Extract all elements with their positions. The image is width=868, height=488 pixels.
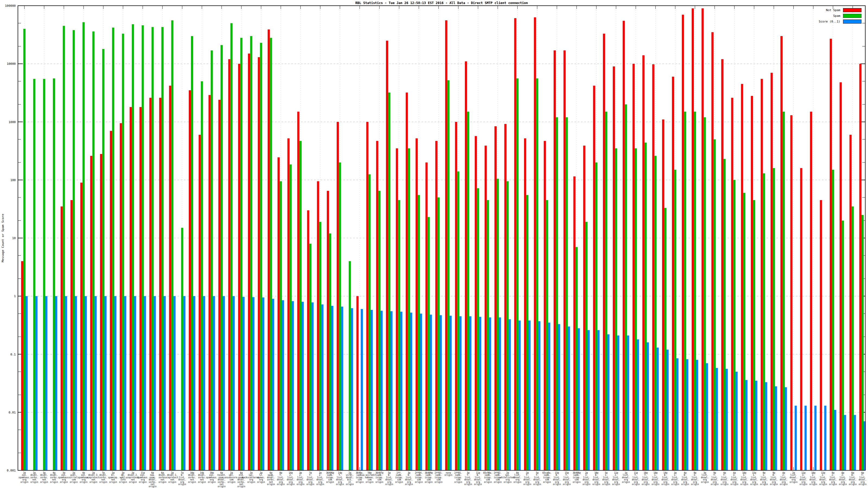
bar-spam: [862, 215, 864, 470]
bar-spam: [556, 118, 558, 470]
bar-not-spam: [623, 21, 625, 470]
x-tick-label: 6@old.spam.dnsbl.sorbs.netorigin: [237, 472, 245, 488]
bar-score: [45, 296, 48, 470]
bar-spam: [191, 36, 193, 470]
x-tick-label: 14@dnsbl.sorbs.netorigin: [198, 472, 206, 483]
x-tick-label: 6@Y.list.dnswl.orgorigin: [859, 472, 867, 486]
bar-score: [331, 306, 333, 470]
x-tick-label: 4@dnsbl.sorbs.netorigin: [50, 472, 58, 483]
bar-score: [824, 405, 827, 470]
x-tick-label: 36408@iadb.isipp.comorigin: [572, 472, 581, 483]
bar-score: [104, 296, 106, 470]
bar-not-spam: [465, 61, 467, 470]
bar-score: [627, 335, 629, 470]
x-tick-label: 7@0.list.dnswl.orgorigin: [178, 472, 186, 486]
bar-spam: [595, 162, 597, 470]
bar-not-spam: [198, 135, 201, 470]
bar-spam: [654, 156, 657, 470]
bar-score: [676, 358, 678, 470]
bar-spam: [487, 200, 489, 470]
bar-score: [854, 415, 856, 470]
bar-score: [588, 330, 590, 470]
bar-score: [775, 386, 777, 470]
rbl-statistics-chart-page: RBL Statistics - Tue Jan 26 12:58:13 EST…: [0, 0, 868, 488]
x-tick-label: 11@3.list.dnswl.orgorigin: [799, 472, 807, 486]
bar-not-spam: [780, 36, 782, 470]
bar-spam: [33, 79, 35, 470]
bar-score: [26, 296, 28, 470]
bar-score: [124, 296, 126, 470]
bar-spam: [635, 148, 637, 470]
bar-spam: [378, 191, 380, 470]
bar-spam: [467, 112, 469, 470]
y-tick-label: 0.01: [9, 411, 16, 414]
x-tick-label: 2@l2.apews.orgorigin: [257, 472, 265, 483]
bar-score: [193, 296, 195, 470]
chart-plot-area: 1000001000010001001010.10.010.0012@zen.s…: [0, 0, 868, 488]
legend-row-spam: Spam: [819, 14, 862, 18]
bar-spam: [615, 148, 617, 470]
bar-score: [617, 335, 619, 470]
x-tick-label: 8@Y.list.dnswl.orgorigin: [277, 472, 285, 486]
x-tick-label: 11@0.list.dnswl.orgorigin: [474, 472, 482, 486]
x-tick-label: 2@dnsbl-3.uceprotect.netorigin: [86, 472, 101, 483]
x-tick-label: 1ff.iadb.isipp.comorigin: [395, 472, 403, 483]
legend-row-score: Score (0..1): [819, 20, 862, 23]
bar-spam: [565, 118, 568, 470]
bar-score: [85, 296, 87, 470]
x-tick-label: 14@0.list.dnswl.orgorigin: [661, 472, 669, 486]
x-tick-label: 2@zen.spamhaus.orgorigin: [19, 472, 30, 483]
bar-not-spam: [209, 95, 211, 470]
bar-score: [420, 314, 422, 470]
bar-score: [568, 326, 570, 470]
bar-spam: [842, 221, 844, 470]
bar-not-spam: [574, 176, 576, 470]
bar-spam: [112, 28, 114, 470]
x-tick-label: 6@0.list.dnswl.orgorigin: [849, 472, 857, 486]
bar-not-spam: [524, 138, 526, 470]
bar-spam: [201, 82, 203, 470]
y-tick-label: 0.001: [7, 469, 16, 472]
x-tick-label: 10@0.list.dnswl.orgorigin: [592, 472, 600, 486]
x-tick-label: 4@3.list.dnswl.orgorigin: [731, 472, 738, 486]
bar-score: [519, 321, 521, 470]
bar-score: [696, 360, 698, 470]
bar-spam: [773, 168, 775, 470]
bar-score: [597, 330, 599, 470]
bar-spam: [743, 193, 745, 470]
x-tick-label: 15@Y.list.dnswl.orgorigin: [563, 472, 571, 486]
bar-not-spam: [761, 79, 763, 470]
bar-not-spam: [435, 141, 437, 470]
bar-spam: [53, 78, 55, 470]
x-tick-label: 7@Y.list.dnswl.orgorigin: [307, 472, 314, 486]
x-tick-label: 3@Y.list.dnswl.orgorigin: [464, 472, 472, 486]
x-tick-label: 65c90a.iadb.isipp.comorigin: [484, 472, 493, 483]
bar-not-spam: [731, 98, 733, 470]
y-axis-title: Message Count or Spam Score: [1, 214, 5, 262]
x-tick-label: 0@list.dnswl.orgorigin: [514, 472, 521, 483]
bar-not-spam: [830, 39, 832, 470]
bar-not-spam: [495, 126, 497, 470]
bar-not-spam: [771, 73, 773, 470]
bar-spam: [23, 29, 26, 470]
bar-spam: [152, 27, 154, 470]
bar-spam: [329, 233, 331, 470]
bar-score: [666, 350, 669, 470]
bar-score: [114, 296, 116, 470]
bar-score: [55, 296, 57, 470]
bar-not-spam: [534, 18, 536, 470]
legend-row-not-spam: Not Spam: [819, 8, 862, 12]
bar-spam: [102, 49, 104, 470]
bar-not-spam: [583, 145, 585, 470]
x-tick-label: 2ff01.iadb.isipp.comorigin: [454, 472, 462, 483]
bar-not-spam: [297, 112, 300, 470]
bar-not-spam: [800, 168, 802, 470]
bar-spam: [408, 148, 410, 470]
x-tick-label: 4@2.list.dnswl.orgorigin: [780, 472, 788, 486]
bar-score: [223, 296, 225, 470]
bar-score: [173, 296, 176, 470]
bar-spam: [497, 178, 499, 470]
x-tick-label: 1@list.dnswl.orgorigin: [622, 472, 630, 483]
bar-score: [450, 316, 452, 470]
x-tick-label: 9@0.list.dnswl.orgorigin: [770, 472, 778, 486]
